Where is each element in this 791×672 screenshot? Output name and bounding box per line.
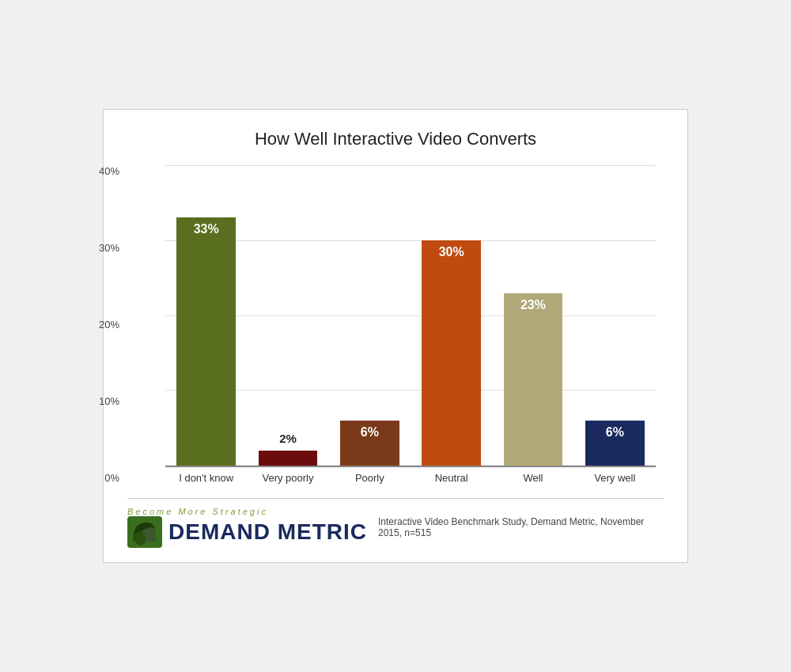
logo-area: Become More Strategic DEMAND METRIC bbox=[127, 507, 367, 548]
bar-value-label: 30% bbox=[439, 240, 464, 259]
bar-well: 23% bbox=[504, 293, 562, 466]
x-axis-label: Well bbox=[492, 467, 573, 484]
y-axis-label: 10% bbox=[99, 395, 124, 407]
bar-value-label: 6% bbox=[606, 421, 624, 440]
chart-title: How Well Interactive Video Converts bbox=[127, 129, 664, 149]
bar-very-poorly: 2% bbox=[259, 451, 317, 466]
bar-poorly: 6% bbox=[340, 421, 399, 466]
bar-value-label: 6% bbox=[361, 421, 379, 440]
footer: Become More Strategic DEMAND METRIC Inte… bbox=[127, 498, 664, 548]
x-axis-label: Very well bbox=[574, 467, 656, 484]
chart-card: How Well Interactive Video Converts 40%3… bbox=[103, 109, 688, 563]
x-axis-label: Poorly bbox=[329, 467, 411, 484]
bar-neutral: 30% bbox=[422, 240, 480, 466]
x-axis-label: I don't know bbox=[165, 467, 247, 484]
bar-i-don't-know: 33% bbox=[176, 217, 235, 466]
y-axis: 40%30%20%10%0% bbox=[89, 165, 124, 484]
logo-main: DEMAND METRIC bbox=[127, 516, 367, 548]
x-labels: I don't knowVery poorlyPoorlyNeutralWell… bbox=[165, 467, 656, 484]
demand-metric-logo-icon bbox=[127, 516, 162, 548]
bar-group: 2% bbox=[247, 165, 328, 466]
bar-group: 30% bbox=[411, 165, 492, 466]
bar-very-well: 6% bbox=[585, 421, 644, 466]
y-axis-label: 0% bbox=[104, 472, 124, 484]
bar-group: 33% bbox=[165, 165, 247, 466]
bar-value-label: 23% bbox=[520, 293, 546, 312]
y-axis-label: 30% bbox=[99, 242, 124, 254]
bar-group: 23% bbox=[492, 165, 573, 466]
y-axis-label: 20% bbox=[99, 319, 124, 330]
bar-group: 6% bbox=[329, 165, 411, 466]
bar-value-label: 33% bbox=[194, 217, 219, 236]
bars-container: 33%2%6%30%23%6% bbox=[165, 165, 656, 466]
logo-text: DEMAND METRIC bbox=[168, 519, 367, 545]
footer-caption: Interactive Video Benchmark Study, Deman… bbox=[378, 516, 664, 538]
logo-tagline: Become More Strategic bbox=[127, 507, 268, 516]
x-axis-label: Neutral bbox=[411, 467, 492, 484]
bar-value-label-outside: 2% bbox=[279, 432, 297, 445]
y-axis-label: 40% bbox=[99, 165, 124, 177]
bar-group: 6% bbox=[574, 165, 656, 466]
chart-area: 33%2%6%30%23%6% bbox=[165, 165, 656, 466]
x-axis-label: Very poorly bbox=[247, 467, 328, 484]
